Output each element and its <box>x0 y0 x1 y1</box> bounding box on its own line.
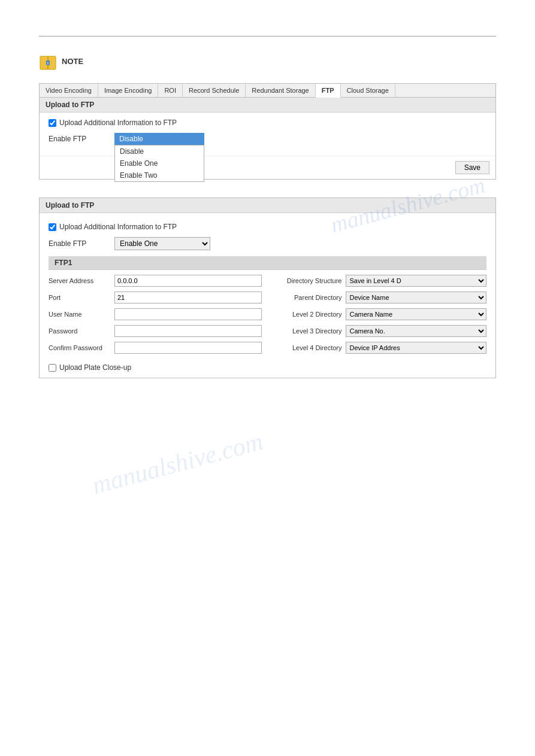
panel2-upload-additional-label: Upload Additional Information to FTP <box>59 223 177 231</box>
dir-structure-row: Directory Structure Save in Level 4 D Sa… <box>274 275 487 287</box>
note-label: NOTE <box>62 57 83 66</box>
level3-dir-label: Level 3 Directory <box>274 327 346 335</box>
password-label: Password <box>49 327 114 335</box>
level3-dir-select[interactable]: Camera No. Camera Name Device Name Devic… <box>346 325 487 337</box>
panel2-upload-additional-checkbox[interactable] <box>49 223 56 231</box>
panel2-enable-ftp-row: Enable FTP Disable Enable One Enable Two <box>49 237 486 250</box>
confirm-password-label: Confirm Password <box>49 344 114 351</box>
confirm-password-row: Confirm Password <box>49 342 262 354</box>
enable-ftp-label: Enable FTP <box>49 135 114 143</box>
parent-dir-row: Parent Directory Device Name Camera Name… <box>274 292 487 303</box>
enable-ftp-row: Enable FTP Disable Disable Enable One En… <box>49 133 486 145</box>
tab-image-encoding[interactable]: Image Encoding <box>98 84 159 97</box>
tab-ftp[interactable]: FTP <box>316 84 341 98</box>
upload-to-ftp-header: Upload to FTP <box>40 98 495 113</box>
dropdown-opt-disable[interactable]: Disable <box>115 145 204 157</box>
server-address-row: Server Address <box>49 275 262 287</box>
save-row: Save <box>40 156 495 179</box>
panel1-body: Upload Additional Information to FTP Ena… <box>40 113 495 156</box>
panel2-enable-ftp-select[interactable]: Disable Enable One Enable Two <box>114 237 210 250</box>
panel2: Upload to FTP Upload Additional Informat… <box>39 198 496 378</box>
level2-dir-label: Level 2 Directory <box>274 311 346 318</box>
upload-plate-label: Upload Plate Close-up <box>59 363 131 372</box>
tabs-bar: Video Encoding Image Encoding ROI Record… <box>40 84 495 98</box>
port-input[interactable] <box>114 292 262 303</box>
tab-roi[interactable]: ROI <box>158 84 183 97</box>
ftp1-sub-header: FTP1 <box>49 256 486 270</box>
server-address-label: Server Address <box>49 277 114 284</box>
tab-redundant-storage[interactable]: Redundant Storage <box>246 84 315 97</box>
level2-dir-select[interactable]: Camera Name Device Name Camera No. Devic… <box>346 308 487 320</box>
confirm-password-input[interactable] <box>114 342 262 354</box>
dropdown-selected-value[interactable]: Disable <box>114 133 204 145</box>
upload-additional-info-checkbox[interactable] <box>49 119 56 127</box>
panel2-body: Upload Additional Information to FTP Ena… <box>40 217 495 378</box>
watermark2: manualshive.com <box>89 427 266 500</box>
dir-structure-select[interactable]: Save in Level 4 D Save in Level 3 D Save… <box>346 275 487 287</box>
enable-ftp-dropdown[interactable]: Disable Disable Enable One Enable Two <box>114 133 204 145</box>
level3-dir-row: Level 3 Directory Camera No. Camera Name… <box>274 325 487 337</box>
parent-dir-select[interactable]: Device Name Camera Name Camera No. Devic… <box>346 292 487 303</box>
upload-additional-info-row: Upload Additional Information to FTP <box>49 119 486 127</box>
level4-dir-label: Level 4 Directory <box>274 344 346 351</box>
panel2-upload-additional-row: Upload Additional Information to FTP <box>49 223 486 231</box>
panel2-enable-ftp-label: Enable FTP <box>49 239 114 248</box>
tab-video-encoding[interactable]: Video Encoding <box>40 84 98 97</box>
dir-structure-label: Directory Structure <box>274 277 346 284</box>
port-row: Port <box>49 292 262 303</box>
username-row: User Name <box>49 308 262 320</box>
upload-plate-row: Upload Plate Close-up <box>49 363 486 372</box>
parent-dir-label: Parent Directory <box>274 294 346 301</box>
panel2-header: Upload to FTP <box>40 198 495 213</box>
panel1: Video Encoding Image Encoding ROI Record… <box>39 83 496 180</box>
dropdown-options-list: Disable Enable One Enable Two <box>114 145 204 182</box>
top-divider <box>39 36 496 37</box>
level4-dir-row: Level 4 Directory Device IP Addres Camer… <box>274 342 487 354</box>
level2-dir-row: Level 2 Directory Camera Name Device Nam… <box>274 308 487 320</box>
dropdown-opt-enable-two[interactable]: Enable Two <box>115 169 204 181</box>
password-row: Password <box>49 325 262 337</box>
note-section: i NOTE <box>39 54 496 71</box>
username-input[interactable] <box>114 308 262 320</box>
password-input[interactable] <box>114 325 262 337</box>
col-left: Server Address Port User Name Password <box>49 275 262 359</box>
dropdown-opt-enable-one[interactable]: Enable One <box>115 157 204 169</box>
tab-record-schedule[interactable]: Record Schedule <box>183 84 246 97</box>
tab-cloud-storage[interactable]: Cloud Storage <box>341 84 395 97</box>
upload-plate-checkbox[interactable] <box>49 364 56 372</box>
save-button[interactable]: Save <box>455 161 489 174</box>
upload-additional-info-label: Upload Additional Information to FTP <box>59 119 177 127</box>
server-address-input[interactable] <box>114 275 262 287</box>
note-icon: i <box>39 54 58 71</box>
svg-text:i: i <box>47 61 49 65</box>
two-col-form: Server Address Port User Name Password <box>49 275 486 359</box>
col-right: Directory Structure Save in Level 4 D Sa… <box>274 275 487 359</box>
port-label: Port <box>49 294 114 301</box>
username-label: User Name <box>49 311 114 318</box>
level4-dir-select[interactable]: Device IP Addres Camera Name Camera No. … <box>346 342 487 354</box>
